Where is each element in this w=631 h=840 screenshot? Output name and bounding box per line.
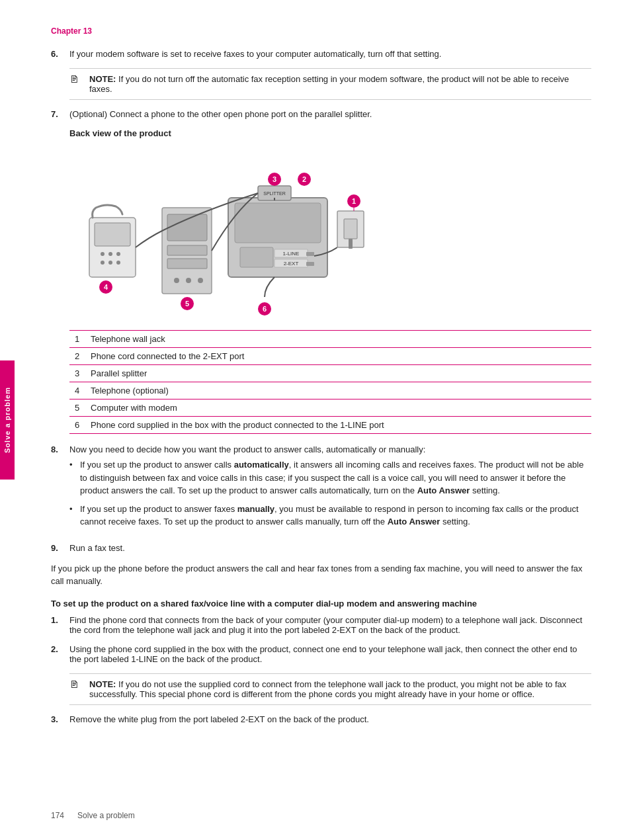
table-row: 2Phone cord connected to the 2-EXT port: [69, 348, 591, 365]
note-2-text: If you do not use the supplied cord to c…: [89, 679, 566, 699]
step-6-number: 6.: [51, 49, 69, 59]
side-tab-label: Solve a problem: [3, 387, 11, 453]
table-cell-desc: Phone cord connected to the 2-EXT port: [85, 348, 591, 365]
svg-rect-13: [167, 259, 207, 269]
svg-rect-12: [167, 245, 207, 255]
step-6: 6. If your modem software is set to rece…: [51, 49, 591, 59]
step-8-bullets: If you set up the product to answer call…: [69, 458, 591, 528]
table-cell-num: 4: [69, 382, 85, 399]
table-cell-desc: Phone cord supplied in the box with the …: [85, 417, 591, 434]
diagram-container: 4 5: [69, 145, 387, 323]
svg-point-15: [186, 278, 191, 283]
bullet-2: If you set up the product to answer faxe…: [69, 503, 591, 528]
table-cell-desc: Telephone wall jack: [85, 331, 591, 348]
svg-text:6: 6: [263, 305, 267, 313]
svg-point-14: [174, 278, 179, 283]
note-1-icon: 🖹: [69, 74, 79, 85]
step-s1-number: 1.: [51, 615, 69, 625]
svg-text:4: 4: [104, 283, 108, 291]
table-cell-num: 5: [69, 399, 85, 417]
svg-rect-38: [349, 239, 353, 249]
chapter-label: Chapter 13: [51, 26, 591, 36]
step-s3: 3. Remove the white plug from the port l…: [51, 714, 591, 724]
step-9: 9. Run a fax test.: [51, 543, 591, 553]
svg-text:2: 2: [302, 175, 306, 183]
svg-point-4: [116, 252, 120, 256]
footer-page: 174: [51, 811, 64, 820]
note-1-text: If you do not turn off the automatic fax…: [89, 74, 569, 94]
svg-point-6: [108, 261, 112, 265]
table-cell-num: 3: [69, 365, 85, 382]
footer-section: Solve a problem: [77, 811, 135, 820]
step-7-text: (Optional) Connect a phone to the other …: [69, 109, 591, 119]
step-s2: 2. Using the phone cord supplied in the …: [51, 644, 591, 664]
note-2-icon: 🖹: [69, 679, 79, 690]
svg-point-2: [101, 252, 105, 256]
table-row: 4Telephone (optional): [69, 382, 591, 399]
step-s2-number: 2.: [51, 644, 69, 654]
svg-rect-20: [235, 203, 321, 243]
table-cell-num: 2: [69, 348, 85, 365]
svg-rect-27: [306, 262, 314, 266]
step-s1: 1. Find the phone cord that connects fro…: [51, 615, 591, 635]
table-cell-desc: Telephone (optional): [85, 382, 591, 399]
svg-rect-26: [306, 252, 314, 256]
svg-rect-37: [344, 219, 357, 239]
table-row: 5Computer with modem: [69, 399, 591, 417]
table-cell-num: 1: [69, 331, 85, 348]
step-8-number: 8.: [51, 444, 69, 454]
side-tab: Solve a problem: [0, 360, 15, 480]
para-1: If you pick up the phone before the prod…: [51, 562, 591, 588]
step-s1-text: Find the phone cord that connects from t…: [69, 615, 591, 635]
table-cell-num: 6: [69, 417, 85, 434]
note-1: 🖹 NOTE: If you do not turn off the autom…: [69, 68, 591, 100]
step-s3-text: Remove the white plug from the port labe…: [69, 714, 591, 724]
svg-rect-1: [95, 223, 130, 246]
note-2-label: NOTE:: [89, 679, 116, 689]
step-8-text: Now you need to decide how you want the …: [69, 444, 425, 454]
step-s3-number: 3.: [51, 714, 69, 724]
svg-point-16: [198, 278, 203, 283]
svg-rect-11: [167, 214, 207, 241]
table-row: 1Telephone wall jack: [69, 331, 591, 348]
svg-text:5: 5: [185, 300, 189, 308]
table-row: 3Parallel splitter: [69, 365, 591, 382]
parts-table: 1Telephone wall jack2Phone cord connecte…: [69, 330, 591, 434]
section-heading: To set up the product on a shared fax/vo…: [51, 599, 591, 609]
note-2: 🖹 NOTE: If you do not use the supplied c…: [69, 673, 591, 705]
step-9-number: 9.: [51, 543, 69, 553]
svg-text:1: 1: [352, 197, 356, 205]
note-1-label: NOTE:: [89, 74, 116, 84]
diagram-section: Back view of the product: [69, 128, 591, 434]
step-7-number: 7.: [51, 109, 69, 119]
step-9-text: Run a fax test.: [69, 543, 591, 553]
svg-text:SPLITTER: SPLITTER: [263, 191, 285, 196]
svg-point-3: [108, 252, 112, 256]
page-footer: 174 Solve a problem: [15, 811, 631, 820]
table-cell-desc: Computer with modem: [85, 399, 591, 417]
svg-point-5: [101, 261, 105, 265]
step-s2-text: Using the phone cord supplied in the box…: [69, 644, 591, 664]
svg-text:1-LINE: 1-LINE: [283, 251, 300, 257]
step-6-text: If your modem software is set to receive…: [69, 49, 591, 59]
diagram-title: Back view of the product: [69, 128, 591, 138]
step-8: 8. Now you need to decide how you want t…: [51, 444, 591, 534]
svg-text:3: 3: [273, 175, 276, 183]
diagram-svg: 4 5: [69, 145, 387, 323]
table-cell-desc: Parallel splitter: [85, 365, 591, 382]
table-row: 6Phone cord supplied in the box with the…: [69, 417, 591, 434]
step-7: 7. (Optional) Connect a phone to the oth…: [51, 109, 591, 119]
bullet-1: If you set up the product to answer call…: [69, 458, 591, 497]
svg-point-7: [116, 261, 120, 265]
svg-text:2-EXT: 2-EXT: [284, 261, 299, 267]
svg-rect-21: [240, 247, 273, 267]
